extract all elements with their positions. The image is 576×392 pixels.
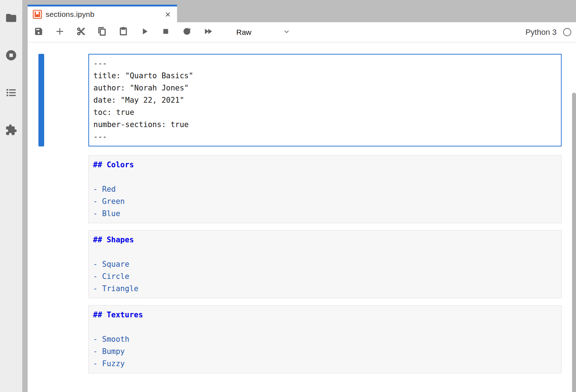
sidebar-item-extension-manager[interactable] xyxy=(5,125,17,137)
cell-prompt-area xyxy=(44,305,88,373)
sidebar-item-file-browser[interactable] xyxy=(5,13,17,25)
cell-editor[interactable]: ---title: "Quarto Basics"author: "Norah … xyxy=(88,54,562,146)
notebook-cell-markdown[interactable]: ## Shapes - Square- Circle- Triangle xyxy=(38,230,576,298)
cut-cells-button[interactable] xyxy=(76,27,86,37)
puzzle-icon xyxy=(5,124,17,137)
copy-cells-button[interactable] xyxy=(97,27,107,37)
cell-prompt-area xyxy=(44,230,88,298)
jupyterlab-window: sections.ipynb × xyxy=(0,0,576,392)
code-line xyxy=(93,171,557,183)
code-line: - Fuzzy xyxy=(93,358,557,370)
notebook-cell-raw[interactable]: ---title: "Quarto Basics"author: "Norah … xyxy=(38,54,576,146)
plus-icon xyxy=(55,27,64,37)
kernel-indicator[interactable]: Python 3 xyxy=(525,28,572,37)
code-line: - Square xyxy=(93,258,557,270)
save-icon xyxy=(34,27,43,37)
restart-kernel-button[interactable] xyxy=(182,27,192,37)
notebook-icon xyxy=(33,10,42,19)
insert-cell-button[interactable] xyxy=(55,27,65,37)
cell-collapser[interactable] xyxy=(38,305,44,373)
paste-cells-button[interactable] xyxy=(118,27,128,37)
main-dock-panel: sections.ipynb × xyxy=(28,0,576,392)
code-line: - Bumpy xyxy=(93,345,557,358)
run-cell-button[interactable] xyxy=(139,27,149,37)
cell-prompt-area xyxy=(44,54,88,146)
code-line: date: "May 22, 2021" xyxy=(93,94,557,106)
code-line: - Green xyxy=(93,195,557,207)
cell-collapser[interactable] xyxy=(38,155,44,223)
code-line: --- xyxy=(93,131,557,143)
code-line: toc: true xyxy=(93,106,557,118)
sidebar-item-running-sessions[interactable] xyxy=(5,50,17,62)
code-line: author: "Norah Jones" xyxy=(93,82,557,94)
cell-type-value: Raw xyxy=(236,28,251,37)
cell-editor[interactable]: ## Colors - Red- Green- Blue xyxy=(88,155,562,223)
code-line: --- xyxy=(93,57,557,70)
notebook-cells: ---title: "Quarto Basics"author: "Norah … xyxy=(38,54,576,373)
code-line: title: "Quarto Basics" xyxy=(93,70,557,82)
vertical-scrollbar-thumb[interactable] xyxy=(572,93,576,392)
code-line xyxy=(93,321,557,333)
save-button[interactable] xyxy=(33,27,43,37)
stop-icon xyxy=(161,27,170,37)
copy-icon xyxy=(98,27,107,37)
activity-sidebar xyxy=(0,0,22,392)
code-line xyxy=(93,246,557,258)
folder-icon xyxy=(5,12,17,25)
interrupt-kernel-button[interactable] xyxy=(161,27,171,37)
notebook-cell-markdown[interactable]: ## Textures - Smooth- Bumpy- Fuzzy xyxy=(38,305,576,373)
kernel-name: Python 3 xyxy=(525,28,557,37)
code-line: number-sections: true xyxy=(93,118,557,131)
notebook-toolbar: Raw Python 3 xyxy=(28,22,576,42)
chevron-down-icon xyxy=(283,28,290,37)
fast-forward-icon xyxy=(204,27,213,37)
code-line: - Triangle xyxy=(93,283,557,295)
cell-type-dropdown[interactable]: Raw xyxy=(236,28,290,37)
code-line: - Blue xyxy=(93,207,557,220)
close-icon[interactable]: × xyxy=(165,10,171,19)
cell-prompt-area xyxy=(44,155,88,223)
restart-run-all-button[interactable] xyxy=(203,27,213,37)
tab-bar: sections.ipynb × xyxy=(28,0,576,22)
code-line: ## Textures xyxy=(93,309,557,321)
run-icon xyxy=(140,27,149,37)
sidebar-splitter[interactable] xyxy=(22,0,28,392)
cell-editor[interactable]: ## Shapes - Square- Circle- Triangle xyxy=(88,230,562,298)
restart-icon xyxy=(182,27,191,37)
notebook-cell-markdown[interactable]: ## Colors - Red- Green- Blue xyxy=(38,155,576,223)
code-line: ## Shapes xyxy=(93,234,557,246)
cell-collapser[interactable] xyxy=(38,54,44,146)
code-line: - Smooth xyxy=(93,333,557,345)
sidebar-item-table-of-contents[interactable] xyxy=(5,87,17,99)
notebook-panel: ---title: "Quarto Basics"author: "Norah … xyxy=(28,42,576,392)
code-line: - Circle xyxy=(93,270,557,283)
cut-icon xyxy=(76,27,85,37)
list-icon xyxy=(5,87,17,100)
stop-circle-icon xyxy=(5,49,17,63)
cell-editor[interactable]: ## Textures - Smooth- Bumpy- Fuzzy xyxy=(88,305,562,373)
tab-title: sections.ipynb xyxy=(46,10,94,19)
cell-collapser[interactable] xyxy=(38,230,44,298)
kernel-idle-circle-icon xyxy=(563,28,572,37)
paste-icon xyxy=(119,27,128,37)
tab-sections-ipynb[interactable]: sections.ipynb × xyxy=(28,5,177,22)
code-line: - Red xyxy=(93,183,557,195)
code-line: ## Colors xyxy=(93,159,557,171)
